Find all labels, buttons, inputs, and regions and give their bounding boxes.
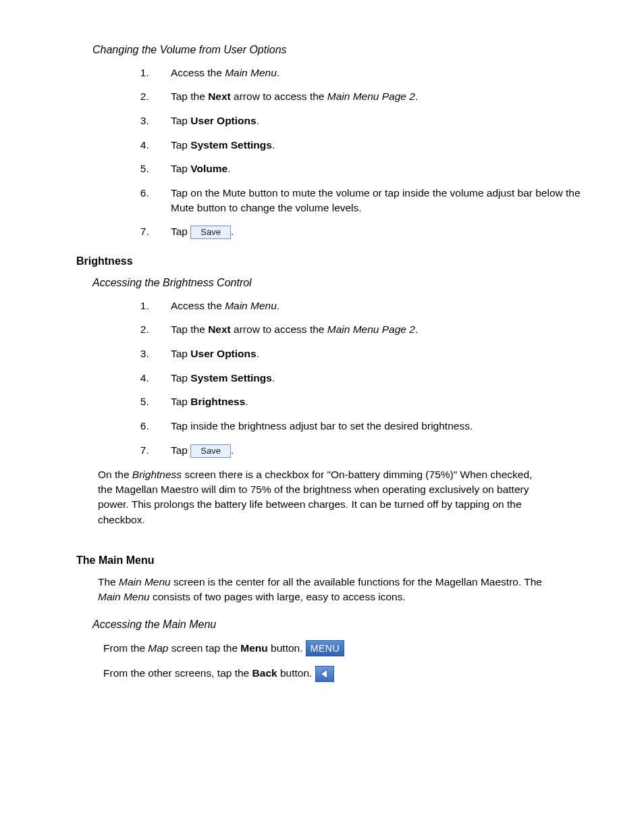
t: screen tap the — [168, 642, 240, 653]
term: Brightness — [132, 469, 182, 480]
t: Tap inside the brightness adjust bar to … — [171, 420, 473, 432]
t: . — [277, 300, 279, 311]
save-button[interactable]: Save — [190, 226, 231, 239]
term: Map — [148, 642, 168, 653]
bold: User Options — [190, 348, 256, 359]
t: On the — [98, 469, 132, 480]
t: screen is the center for all the availab… — [171, 576, 542, 588]
t: Tap — [171, 163, 190, 174]
t: . — [272, 139, 275, 151]
step: Tap inside the brightness adjust bar to … — [152, 419, 600, 434]
bold: Back — [252, 668, 277, 679]
bold: Brightness — [190, 396, 245, 407]
bold: Next — [208, 90, 231, 102]
t: Tap the — [171, 90, 208, 102]
bold: Next — [208, 323, 231, 335]
step: Tap User Options. — [152, 113, 600, 128]
t: . — [227, 163, 230, 174]
t: . — [245, 396, 248, 407]
term: Main Menu — [225, 67, 277, 78]
brightness-note: On the Brightness screen there is a chec… — [98, 467, 546, 528]
t: Access the — [171, 67, 225, 78]
t: Tap — [171, 372, 190, 384]
t: . — [257, 348, 259, 359]
save-button[interactable]: Save — [190, 444, 231, 458]
t: . — [231, 444, 234, 456]
t: . — [277, 67, 279, 78]
step: Tap on the Mute button to mute the volum… — [152, 186, 600, 215]
t: From the — [103, 642, 148, 653]
t: . — [231, 226, 234, 237]
step: Tap the Next arrow to access the Main Me… — [152, 89, 600, 104]
t: arrow to access the — [231, 323, 327, 335]
step: Tap Volume. — [152, 161, 600, 176]
back-button[interactable] — [315, 666, 334, 682]
t: . — [415, 90, 418, 102]
t: From the other screens, tap the — [103, 668, 252, 679]
main-menu-para: The Main Menu screen is the center for a… — [98, 575, 546, 605]
instruction-line: From the Map screen tap the Menu button.… — [103, 640, 600, 657]
t: Tap — [171, 396, 190, 407]
bold: User Options — [190, 115, 256, 126]
term: Main Menu Page 2 — [327, 90, 415, 102]
subheading-brightness-control: Accessing the Brightness Control — [92, 276, 600, 290]
subheading-volume: Changing the Volume from User Options — [92, 43, 600, 57]
t: . — [257, 115, 259, 126]
step: Tap User Options. — [152, 346, 600, 361]
step: Tap System Settings. — [152, 371, 600, 386]
t: Tap — [171, 226, 190, 237]
heading-brightness: Brightness — [76, 254, 600, 269]
t: Tap — [171, 115, 190, 126]
step: Tap Save. — [152, 224, 600, 239]
step: Tap Save. — [152, 443, 600, 458]
step: Access the Main Menu. — [152, 66, 600, 80]
bold: Volume — [190, 163, 227, 174]
t: Tap — [171, 348, 190, 359]
t: The — [98, 576, 119, 588]
t: Access the — [171, 300, 225, 311]
term: Main Menu — [98, 591, 150, 602]
t: Tap — [171, 444, 190, 456]
step: Tap System Settings. — [152, 138, 600, 153]
t: arrow to access the — [231, 90, 327, 102]
t: . — [272, 372, 275, 384]
t: . — [415, 323, 418, 335]
steps-brightness: Access the Main Menu. Tap the Next arrow… — [111, 298, 600, 458]
t: button. — [277, 668, 315, 679]
bold: System Settings — [190, 139, 272, 151]
menu-button[interactable]: MENU — [306, 640, 344, 657]
steps-volume: Access the Main Menu. Tap the Next arrow… — [111, 66, 600, 240]
t: Tap — [171, 139, 190, 151]
subheading-access-main-menu: Accessing the Main Menu — [92, 617, 600, 632]
t: Tap on the Mute button to mute the volum… — [171, 187, 581, 213]
term: Main Menu — [119, 576, 171, 588]
svg-marker-0 — [321, 669, 327, 679]
term: Main Menu Page 2 — [327, 323, 415, 335]
back-arrow-icon — [316, 667, 333, 681]
step: Tap the Next arrow to access the Main Me… — [152, 322, 600, 337]
instruction-line: From the other screens, tap the Back but… — [103, 666, 600, 682]
bold: Menu — [240, 642, 267, 653]
heading-main-menu: The Main Menu — [76, 553, 600, 568]
bold: System Settings — [190, 372, 272, 384]
step: Tap Brightness. — [152, 394, 600, 409]
t: Tap the — [171, 323, 208, 335]
t: consists of two pages with large, easy t… — [150, 591, 406, 602]
step: Access the Main Menu. — [152, 298, 600, 313]
t: button. — [268, 642, 306, 653]
term: Main Menu — [225, 300, 277, 311]
